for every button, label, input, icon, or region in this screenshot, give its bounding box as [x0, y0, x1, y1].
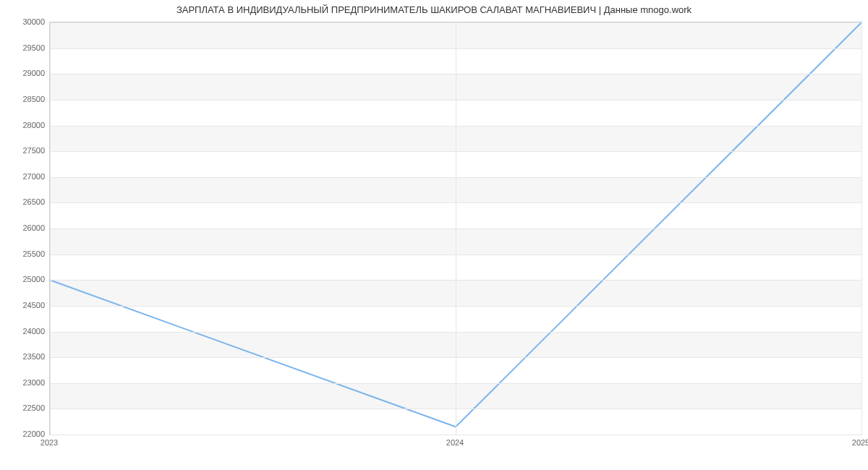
- y-gridline: [50, 435, 861, 435]
- y-tick-label: 22500: [4, 403, 45, 412]
- y-tick-label: 23000: [4, 378, 45, 387]
- y-tick-label: 25500: [4, 249, 45, 258]
- y-tick-label: 22000: [4, 430, 45, 438]
- salary-line-chart: ЗАРПЛАТА В ИНДИВИДУАЛЬНЫЙ ПРЕДПРИНИМАТЕЛ…: [0, 0, 868, 470]
- y-tick-label: 24500: [4, 301, 45, 309]
- y-tick-label: 28500: [4, 95, 45, 103]
- chart-title: ЗАРПЛАТА В ИНДИВИДУАЛЬНЫЙ ПРЕДПРИНИМАТЕЛ…: [0, 4, 868, 15]
- y-tick-label: 23500: [4, 352, 45, 361]
- x-tick-label: 2024: [446, 438, 464, 447]
- x-gridline: [50, 22, 51, 435]
- y-tick-label: 26000: [4, 223, 45, 232]
- y-tick-label: 28000: [4, 121, 45, 129]
- y-tick-label: 29500: [4, 43, 45, 52]
- y-tick-label: 24000: [4, 327, 45, 336]
- y-tick-label: 27500: [4, 146, 45, 155]
- x-gridline: [861, 22, 862, 435]
- x-tick-label: 2025: [852, 438, 868, 447]
- y-tick-label: 26500: [4, 197, 45, 206]
- y-tick-label: 29000: [4, 69, 45, 77]
- x-tick-label: 2023: [41, 438, 58, 447]
- plot-area: [49, 22, 862, 435]
- y-tick-label: 25000: [4, 275, 45, 283]
- x-gridline: [456, 22, 456, 435]
- y-tick-label: 30000: [4, 17, 45, 26]
- y-tick-label: 27000: [4, 172, 45, 181]
